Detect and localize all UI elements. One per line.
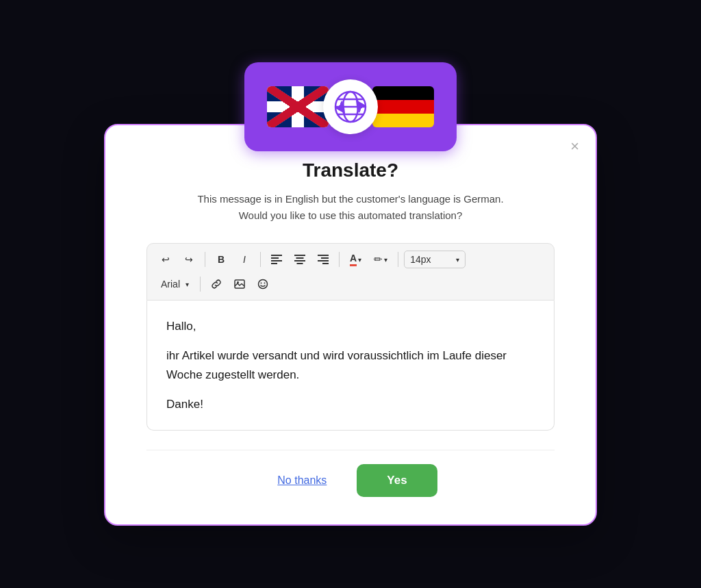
svg-rect-24 — [297, 263, 303, 264]
toolbar-divider-3 — [339, 252, 340, 267]
emoji-button[interactable] — [253, 274, 273, 294]
svg-rect-21 — [294, 255, 305, 256]
svg-line-4 — [267, 86, 329, 127]
svg-rect-26 — [321, 257, 329, 259]
font-size-select[interactable]: 14px ▾ — [404, 251, 466, 268]
bold-button[interactable]: B — [211, 249, 231, 270]
link-button[interactable] — [206, 274, 227, 294]
svg-rect-14 — [372, 86, 434, 100]
close-button[interactable]: × — [570, 139, 579, 154]
icon-banner — [244, 62, 457, 151]
svg-rect-15 — [372, 100, 434, 114]
align-center-button[interactable] — [290, 249, 310, 270]
svg-rect-16 — [372, 114, 434, 127]
editor-content[interactable]: Hallo, ihr Artikel wurde versandt und wi… — [146, 301, 555, 431]
uk-flag-icon — [267, 86, 329, 127]
svg-rect-28 — [322, 263, 329, 264]
svg-point-32 — [261, 283, 262, 284]
highlight-button[interactable]: ✏ ▾ — [369, 249, 392, 270]
modal-description: This message is in English but the custo… — [146, 191, 555, 224]
svg-rect-5 — [267, 101, 329, 112]
undo-button[interactable]: ↩ — [155, 249, 176, 270]
svg-rect-20 — [271, 263, 277, 264]
svg-rect-19 — [271, 260, 282, 261]
svg-rect-8 — [294, 86, 301, 127]
svg-point-31 — [259, 280, 268, 289]
toolbar-divider-5 — [200, 277, 201, 292]
align-left-button[interactable] — [266, 249, 287, 270]
font-color-button[interactable]: A ▾ — [345, 249, 366, 270]
svg-point-33 — [264, 283, 266, 284]
yes-button[interactable]: Yes — [357, 464, 437, 497]
svg-rect-25 — [318, 255, 329, 256]
toolbar-divider-4 — [398, 252, 398, 267]
toolbar-divider-1 — [205, 252, 205, 267]
editor-toolbar: ↩ ↪ B I — [146, 243, 555, 301]
svg-rect-17 — [271, 255, 282, 256]
image-button[interactable] — [229, 274, 250, 294]
content-line-1: Hallo, — [166, 317, 535, 335]
svg-line-1 — [267, 86, 329, 127]
italic-button[interactable]: I — [234, 249, 255, 270]
svg-rect-7 — [267, 103, 329, 110]
modal-wrapper: × Translate? This message is in English … — [104, 62, 597, 526]
align-right-button[interactable] — [313, 249, 333, 270]
svg-rect-27 — [318, 260, 329, 261]
de-flag-icon — [372, 86, 434, 127]
svg-rect-18 — [271, 257, 279, 259]
svg-line-3 — [267, 86, 329, 127]
no-thanks-button[interactable]: No thanks — [264, 466, 340, 495]
globe-icon — [323, 79, 378, 134]
modal-title: Translate? — [146, 159, 555, 181]
svg-rect-6 — [292, 86, 303, 127]
content-line-2: ihr Artikel wurde versandt und wird vora… — [166, 346, 535, 383]
font-family-select[interactable]: Arial ▾ — [155, 276, 194, 292]
svg-rect-22 — [296, 257, 304, 259]
redo-button[interactable]: ↪ — [179, 249, 199, 270]
svg-rect-23 — [294, 260, 305, 261]
modal-footer: No thanks Yes — [146, 450, 555, 497]
svg-rect-0 — [267, 86, 329, 127]
svg-line-2 — [267, 86, 329, 127]
translate-modal: × Translate? This message is in English … — [104, 124, 597, 526]
toolbar-divider-2 — [260, 252, 261, 267]
content-line-3: Danke! — [166, 395, 535, 413]
